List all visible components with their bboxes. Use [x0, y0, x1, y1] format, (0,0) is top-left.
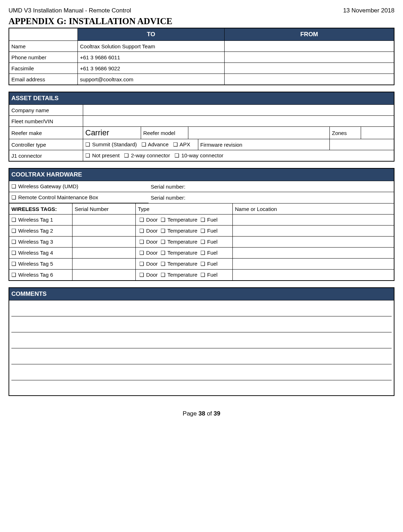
checkbox-icon[interactable]: ❑ [139, 217, 144, 223]
appendix-title: APPENDIX G: INSTALLATION ADVICE [9, 16, 394, 26]
checkbox-icon[interactable]: ❑ [11, 272, 16, 278]
rcmb-row[interactable]: ❑ Remote Control Maintenance Box [9, 192, 149, 203]
controller-label: Controller type [9, 139, 83, 150]
phone-from[interactable] [225, 52, 394, 63]
wt-type-options[interactable]: ❑ Door ❑ Temperature ❑ Fuel [136, 226, 233, 237]
wt-label[interactable]: ❑ Wireless Tag 4 [9, 248, 72, 259]
wt-serial-input[interactable] [72, 226, 136, 237]
checkbox-icon[interactable]: ❑ [173, 141, 178, 148]
hardware-header: COOLTRAX HARDWARE [9, 168, 394, 181]
checkbox-icon[interactable]: ❑ [11, 228, 16, 234]
wt-serial-input[interactable] [72, 248, 136, 259]
wt-name-input[interactable] [233, 270, 394, 281]
wt-serial-input[interactable] [72, 237, 136, 248]
zones-label: Zones [330, 127, 361, 139]
checkbox-icon[interactable]: ❑ [161, 272, 165, 278]
from-header: FROM [225, 28, 394, 41]
comment-line[interactable] [11, 319, 392, 332]
name-from[interactable] [225, 41, 394, 52]
comments-body[interactable] [9, 300, 394, 396]
checkbox-icon[interactable]: ❑ [85, 141, 90, 148]
wt-name-input[interactable] [233, 259, 394, 270]
checkbox-icon[interactable]: ❑ [200, 228, 205, 234]
checkbox-icon[interactable]: ❑ [161, 250, 165, 256]
wt-type-options[interactable]: ❑ Door ❑ Temperature ❑ Fuel [136, 248, 233, 259]
email-from[interactable] [225, 74, 394, 85]
gateway-row[interactable]: ❑ Wireless Gateway (UMD) [9, 181, 149, 192]
fleet-input[interactable] [83, 116, 394, 127]
fax-label: Facsimile [9, 63, 78, 74]
wt-label[interactable]: ❑ Wireless Tag 2 [9, 226, 72, 237]
wt-name-input[interactable] [233, 248, 394, 259]
checkbox-icon[interactable]: ❑ [124, 152, 129, 159]
table-row: ❑ Wireless Tag 3 ❑ Door ❑ Temperature ❑ … [9, 237, 394, 248]
wt-serial-input[interactable] [72, 259, 136, 270]
checkbox-icon[interactable]: ❑ [11, 261, 16, 267]
checkbox-icon[interactable]: ❑ [11, 217, 16, 223]
checkbox-icon[interactable]: ❑ [141, 141, 146, 148]
checkbox-icon[interactable]: ❑ [139, 272, 144, 278]
comment-line[interactable] [11, 382, 392, 393]
comment-line[interactable] [11, 367, 392, 380]
checkbox-icon[interactable]: ❑ [200, 272, 205, 278]
checkbox-icon[interactable]: ❑ [139, 239, 144, 245]
fax-from[interactable] [225, 63, 394, 74]
checkbox-icon[interactable]: ❑ [174, 152, 179, 159]
controller-options[interactable]: ❑ Summit (Standard) ❑ Advance ❑ APX [83, 139, 198, 150]
checkbox-icon[interactable]: ❑ [11, 239, 16, 245]
checkbox-icon[interactable]: ❑ [161, 228, 165, 234]
wt-type-options[interactable]: ❑ Door ❑ Temperature ❑ Fuel [136, 259, 233, 270]
company-input[interactable] [83, 105, 394, 116]
contact-table: TO FROM Name Cooltrax Solution Support T… [9, 28, 394, 85]
reefer-model-label: Reefer model [141, 127, 188, 139]
hardware-table: COOLTRAX HARDWARE ❑ Wireless Gateway (UM… [9, 168, 394, 281]
wt-label[interactable]: ❑ Wireless Tag 5 [9, 259, 72, 270]
comments-table: COMMENTS [9, 287, 394, 396]
fax-value: +61 3 9686 9022 [78, 63, 225, 74]
checkbox-icon[interactable]: ❑ [200, 239, 205, 245]
checkbox-icon[interactable]: ❑ [139, 261, 144, 267]
wt-name-input[interactable] [233, 237, 394, 248]
comment-line[interactable] [11, 303, 392, 316]
asset-header: ASSET DETAILS [9, 92, 394, 105]
checkbox-icon[interactable]: ❑ [11, 183, 16, 190]
checkbox-icon[interactable]: ❑ [200, 261, 205, 267]
doc-title-left: UMD V3 Installation Manual - Remote Cont… [9, 7, 131, 14]
checkbox-icon[interactable]: ❑ [139, 228, 144, 234]
checkbox-icon[interactable]: ❑ [161, 239, 165, 245]
wt-type-options[interactable]: ❑ Door ❑ Temperature ❑ Fuel [136, 270, 233, 281]
wt-label[interactable]: ❑ Wireless Tag 6 [9, 270, 72, 281]
table-row: ❑ Wireless Tag 4 ❑ Door ❑ Temperature ❑ … [9, 248, 394, 259]
j1-options[interactable]: ❑ Not present ❑ 2-way connector ❑ 10-way… [83, 150, 394, 162]
wt-serial-input[interactable] [72, 270, 136, 281]
checkbox-icon[interactable]: ❑ [11, 194, 16, 201]
table-row: ❑ Wireless Tag 1 ❑ Door ❑ Temperature ❑ … [9, 215, 394, 226]
checkbox-icon[interactable]: ❑ [85, 152, 90, 159]
wt-label[interactable]: ❑ Wireless Tag 3 [9, 237, 72, 248]
name-value: Cooltrax Solution Support Team [78, 41, 225, 52]
wt-name-input[interactable] [233, 215, 394, 226]
wt-type-options[interactable]: ❑ Door ❑ Temperature ❑ Fuel [136, 215, 233, 226]
wt-title: WIRELESS TAGS: [9, 203, 72, 215]
checkbox-icon[interactable]: ❑ [200, 250, 205, 256]
firmware-input[interactable] [330, 139, 394, 150]
wt-col-name: Name or Location [233, 203, 394, 215]
rcmb-serial-label: Serial number: [149, 192, 394, 203]
wt-type-options[interactable]: ❑ Door ❑ Temperature ❑ Fuel [136, 237, 233, 248]
zones-input[interactable] [361, 127, 394, 139]
checkbox-icon[interactable]: ❑ [11, 250, 16, 256]
comment-line[interactable] [11, 335, 392, 348]
comment-line[interactable] [11, 351, 392, 364]
wt-name-input[interactable] [233, 226, 394, 237]
checkbox-icon[interactable]: ❑ [139, 250, 144, 256]
wt-label[interactable]: ❑ Wireless Tag 1 [9, 215, 72, 226]
wt-serial-input[interactable] [72, 215, 136, 226]
checkbox-icon[interactable]: ❑ [161, 217, 165, 223]
checkbox-icon[interactable]: ❑ [200, 217, 205, 223]
reefer-model-input[interactable] [188, 127, 330, 139]
table-row: ❑ Wireless Tag 2 ❑ Door ❑ Temperature ❑ … [9, 226, 394, 237]
checkbox-icon[interactable]: ❑ [161, 261, 165, 267]
phone-value: +61 3 9686 6011 [78, 52, 225, 63]
reefer-make-label: Reefer make [9, 127, 83, 139]
table-row: ❑ Wireless Tag 5 ❑ Door ❑ Temperature ❑ … [9, 259, 394, 270]
